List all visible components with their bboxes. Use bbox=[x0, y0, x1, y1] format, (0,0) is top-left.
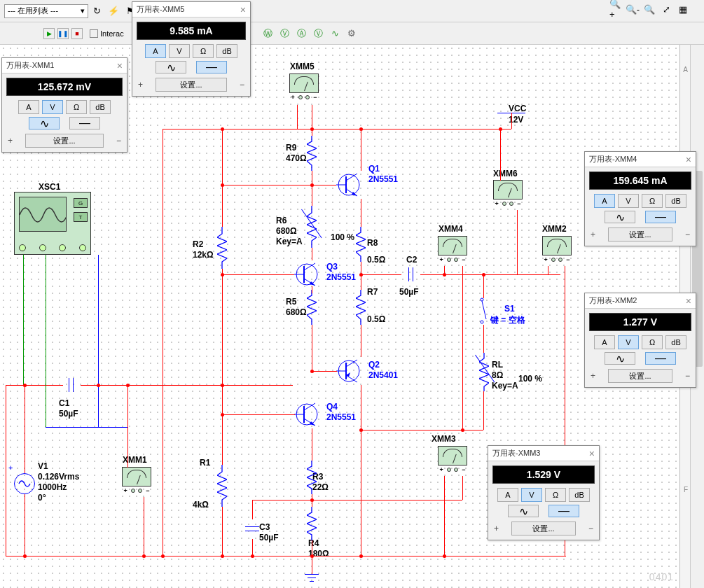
wire-blue[interactable] bbox=[98, 255, 99, 385]
wire[interactable] bbox=[222, 274, 294, 275]
panel-xmm4[interactable]: 万用表-XMM4× 159.645 mA A V Ω dB ∿ — +设置...… bbox=[584, 151, 696, 246]
wire[interactable] bbox=[144, 497, 144, 556]
wire[interactable] bbox=[361, 430, 462, 430]
wire[interactable] bbox=[483, 391, 484, 430]
transistor-q3[interactable] bbox=[294, 260, 318, 288]
mode-db-button[interactable]: dB bbox=[216, 44, 237, 58]
ac-button[interactable]: ∿ bbox=[29, 117, 60, 130]
resistor-r4[interactable] bbox=[307, 507, 317, 540]
wire[interactable] bbox=[222, 414, 295, 415]
vsource-v1[interactable] bbox=[14, 473, 35, 494]
resistor-r7[interactable] bbox=[356, 290, 366, 325]
settings-button[interactable]: 设置... bbox=[608, 227, 672, 241]
wire[interactable] bbox=[548, 266, 548, 274]
wire[interactable] bbox=[483, 274, 484, 298]
wire[interactable] bbox=[361, 199, 361, 227]
ac-button[interactable]: ∿ bbox=[508, 505, 539, 517]
resistor-r2[interactable] bbox=[217, 227, 227, 269]
cap-c1[interactable] bbox=[62, 378, 81, 392]
wire[interactable] bbox=[81, 385, 293, 386]
wire[interactable] bbox=[222, 185, 336, 186]
wire[interactable] bbox=[6, 385, 6, 556]
mode-ohm-button[interactable]: Ω bbox=[642, 335, 663, 349]
mode-a-button[interactable]: A bbox=[594, 194, 615, 208]
settings-button[interactable]: 设置... bbox=[156, 78, 227, 92]
zoom-in-icon[interactable]: 🔍+ bbox=[609, 3, 622, 15]
resistor-r8[interactable] bbox=[356, 227, 366, 262]
play-button[interactable]: ▶ bbox=[43, 28, 55, 39]
zoom-fit-icon[interactable]: ⤢ bbox=[660, 3, 672, 15]
ac-button[interactable]: ∿ bbox=[605, 211, 635, 223]
wire[interactable] bbox=[222, 385, 223, 414]
panel-xmm1[interactable]: 万用表-XMM1× 125.672 mV A V Ω dB ∿ — +设置...… bbox=[1, 57, 127, 153]
wire-vcc-bus[interactable] bbox=[163, 129, 511, 130]
wire[interactable] bbox=[462, 476, 463, 500]
mode-db-button[interactable]: dB bbox=[665, 335, 686, 349]
mode-db-button[interactable]: dB bbox=[569, 488, 590, 502]
wire[interactable] bbox=[222, 507, 223, 556]
close-icon[interactable]: × bbox=[686, 295, 691, 307]
mode-v-button[interactable]: V bbox=[618, 335, 639, 349]
dc-button[interactable]: — bbox=[645, 211, 676, 223]
wire[interactable] bbox=[462, 266, 463, 430]
transistor-q4[interactable] bbox=[294, 400, 318, 428]
mode-v-button[interactable]: V bbox=[42, 100, 63, 114]
mode-a-button[interactable]: A bbox=[594, 335, 615, 349]
stop-button[interactable]: ■ bbox=[71, 28, 83, 39]
resistor-r9[interactable] bbox=[307, 136, 317, 171]
dc-button[interactable]: — bbox=[69, 117, 100, 130]
mode-db-button[interactable]: dB bbox=[665, 194, 686, 208]
oscilloscope-xsc1[interactable]: G T bbox=[14, 192, 91, 255]
wire[interactable] bbox=[312, 105, 312, 136]
panel-xmm5[interactable]: 万用表-XMM5× 9.585 mA A V Ω dB ∿ — +设置...− bbox=[132, 1, 251, 97]
wire[interactable] bbox=[361, 325, 361, 357]
panel-xmm2[interactable]: 万用表-XMM2× 1.277 V A V Ω dB ∿ — +设置...− bbox=[584, 293, 696, 388]
v2-icon[interactable]: Ⓥ bbox=[312, 27, 324, 40]
zoom-out-icon[interactable]: 🔍- bbox=[626, 3, 639, 15]
wire[interactable] bbox=[483, 274, 517, 275]
mode-a-button[interactable]: A bbox=[145, 44, 166, 58]
close-icon[interactable]: × bbox=[117, 60, 123, 71]
wire[interactable] bbox=[462, 430, 483, 430]
refresh-icon[interactable]: ↻ bbox=[90, 5, 103, 18]
mode-ohm-button[interactable]: Ω bbox=[545, 488, 566, 502]
wire[interactable] bbox=[6, 385, 25, 386]
cap-c3[interactable] bbox=[245, 519, 259, 539]
wire[interactable] bbox=[25, 385, 63, 386]
gear-icon[interactable]: ⚙ bbox=[345, 27, 358, 40]
wire[interactable] bbox=[483, 325, 484, 353]
zoom-area-icon[interactable]: 🔍 bbox=[643, 3, 656, 15]
wire[interactable] bbox=[252, 539, 253, 556]
settings-button[interactable]: 设置... bbox=[25, 134, 104, 148]
wire[interactable] bbox=[252, 500, 253, 519]
close-icon[interactable]: × bbox=[686, 154, 691, 165]
dc-button[interactable]: — bbox=[548, 505, 579, 517]
mode-ohm-button[interactable]: Ω bbox=[66, 100, 87, 114]
wire-gnd-bus[interactable] bbox=[6, 556, 566, 556]
wire-green[interactable] bbox=[46, 255, 46, 427]
cap-c2[interactable] bbox=[401, 267, 421, 281]
meter-xmm5[interactable]: +− bbox=[289, 74, 319, 103]
mode-ohm-button[interactable]: Ω bbox=[642, 194, 663, 208]
wire-blue[interactable] bbox=[98, 427, 127, 428]
dc-button[interactable]: — bbox=[196, 61, 227, 74]
mode-db-button[interactable]: dB bbox=[90, 100, 111, 114]
v-icon[interactable]: Ⓥ bbox=[278, 27, 291, 40]
wire-blue[interactable] bbox=[98, 385, 99, 427]
wire[interactable] bbox=[127, 385, 128, 468]
settings-button[interactable]: 设置... bbox=[608, 369, 672, 383]
meter-xmm1[interactable]: +− bbox=[122, 467, 151, 496]
wire[interactable] bbox=[312, 371, 337, 372]
probe-icon[interactable]: ⚡ bbox=[107, 5, 120, 18]
pot-r6[interactable] bbox=[307, 206, 317, 248]
wire[interactable] bbox=[361, 385, 361, 556]
wire[interactable] bbox=[312, 428, 312, 461]
resistor-r1[interactable] bbox=[217, 465, 227, 507]
ac-button[interactable]: ∿ bbox=[605, 352, 635, 365]
wire[interactable] bbox=[297, 105, 298, 129]
wire[interactable] bbox=[500, 129, 501, 181]
wire[interactable] bbox=[361, 129, 361, 171]
wire-green[interactable] bbox=[23, 255, 24, 385]
pause-button[interactable]: ❚❚ bbox=[57, 28, 69, 39]
wire[interactable] bbox=[222, 269, 223, 385]
